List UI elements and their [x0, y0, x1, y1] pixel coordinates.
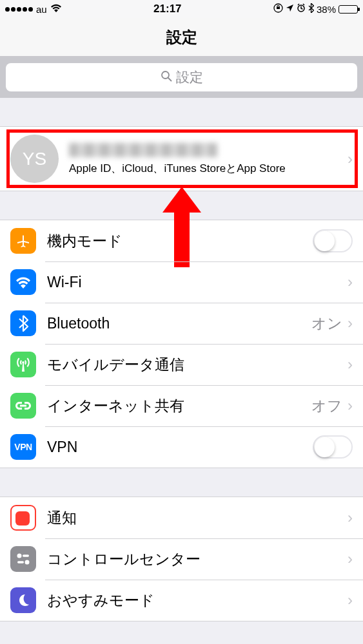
- status-time: 21:17: [153, 3, 181, 15]
- vpn-icon: VPN: [10, 434, 36, 460]
- antenna-icon: [10, 352, 36, 377]
- settings-group-2: 通知 › コントロールセンター › おやすみモード ›: [0, 497, 363, 621]
- airplane-icon: [10, 228, 36, 254]
- link-icon: [10, 393, 36, 419]
- search-placeholder: 設定: [176, 68, 203, 86]
- carrier-label: au: [36, 4, 47, 15]
- row-label: Wi-Fi: [47, 274, 348, 291]
- svg-point-2: [162, 71, 169, 79]
- chevron-right-icon: ›: [348, 273, 353, 291]
- row-hotspot[interactable]: インターネット共有 オフ ›: [0, 385, 363, 426]
- status-bar: au 21:17 38%: [0, 0, 363, 18]
- search-icon: [161, 70, 172, 85]
- wifi-icon: [50, 3, 62, 15]
- row-notifications[interactable]: 通知 ›: [0, 497, 363, 538]
- bluetooth-icon: [308, 3, 314, 15]
- row-value: オン: [311, 314, 342, 334]
- row-cellular[interactable]: モバイルデータ通信 ›: [0, 344, 363, 385]
- moon-icon: [10, 587, 36, 613]
- row-label: Bluetooth: [47, 315, 311, 332]
- row-vpn[interactable]: VPN VPN: [0, 426, 363, 468]
- profile-name-redacted: [69, 143, 217, 157]
- svg-point-5: [25, 560, 30, 565]
- chevron-right-icon: ›: [348, 314, 353, 332]
- row-airplane[interactable]: 機内モード: [0, 220, 363, 261]
- chevron-right-icon: ›: [348, 509, 353, 527]
- bluetooth-settings-icon: [10, 310, 36, 336]
- vpn-toggle[interactable]: [313, 435, 353, 459]
- row-dnd[interactable]: おやすみモード ›: [0, 580, 363, 621]
- row-bluetooth[interactable]: Bluetooth オン ›: [0, 303, 363, 344]
- row-control-center[interactable]: コントロールセンター ›: [0, 538, 363, 580]
- row-label: おやすみモード: [47, 591, 348, 611]
- wifi-settings-icon: [10, 269, 36, 295]
- control-center-icon: [10, 546, 36, 572]
- avatar: YS: [10, 135, 59, 183]
- row-label: 通知: [47, 508, 348, 528]
- chevron-right-icon: ›: [348, 355, 353, 374]
- row-value: オフ: [311, 396, 342, 416]
- row-label: コントロールセンター: [47, 549, 348, 569]
- orientation-lock-icon: [273, 3, 283, 15]
- airplane-toggle[interactable]: [313, 229, 353, 252]
- nav-title: 設定: [0, 18, 363, 57]
- svg-rect-6: [17, 561, 24, 563]
- row-wifi[interactable]: Wi-Fi ›: [0, 261, 363, 303]
- row-label: モバイルデータ通信: [47, 355, 348, 375]
- signal-dots-icon: [5, 7, 33, 12]
- row-label: VPN: [47, 439, 313, 456]
- chevron-right-icon: ›: [348, 397, 353, 415]
- alarm-icon: [297, 3, 306, 15]
- chevron-right-icon: ›: [348, 550, 353, 568]
- row-label: インターネット共有: [47, 396, 311, 416]
- chevron-right-icon: ›: [348, 591, 353, 609]
- chevron-right-icon: ›: [348, 150, 353, 168]
- search-bar[interactable]: 設定: [0, 57, 363, 98]
- battery-pct: 38%: [317, 4, 336, 15]
- battery-icon: [338, 5, 358, 14]
- notifications-icon: [10, 505, 36, 531]
- settings-group-1: 機内モード Wi-Fi › Bluetooth オン › モバイルデータ通信 ›…: [0, 220, 363, 468]
- svg-point-3: [17, 554, 22, 558]
- apple-id-card[interactable]: YS Apple ID、iCloud、iTunes StoreとApp Stor…: [0, 126, 363, 191]
- row-label: 機内モード: [47, 231, 313, 251]
- svg-rect-4: [23, 554, 29, 556]
- location-icon: [286, 3, 294, 15]
- profile-subtitle: Apple ID、iCloud、iTunes StoreとApp Store: [69, 161, 337, 176]
